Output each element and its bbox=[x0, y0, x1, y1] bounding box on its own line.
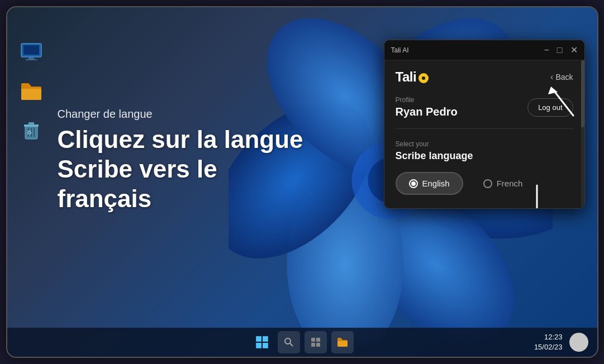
taskbar-right: 12:23 15/02/23 bbox=[534, 332, 588, 352]
svg-point-28 bbox=[285, 338, 291, 344]
svg-rect-31 bbox=[316, 338, 320, 342]
svg-rect-25 bbox=[263, 336, 268, 342]
profile-label: Profile bbox=[396, 96, 458, 104]
english-label: English bbox=[422, 179, 450, 188]
tali-logo-dot bbox=[418, 73, 429, 83]
tali-titlebar: Tali AI − □ ✕ bbox=[384, 40, 584, 60]
desktop-title: Cliquez sur la langue Scribe vers le fra… bbox=[58, 125, 303, 213]
desktop-icons: ♻ bbox=[20, 41, 43, 142]
tali-logo: Tali bbox=[396, 69, 429, 85]
tali-logo-text: Tali bbox=[396, 69, 417, 85]
svg-line-29 bbox=[290, 343, 293, 346]
english-radio bbox=[409, 179, 418, 188]
profile-info: Profile Ryan Pedro bbox=[396, 96, 458, 118]
task-view-button[interactable] bbox=[305, 331, 327, 353]
french-language-option[interactable]: French bbox=[470, 172, 536, 195]
search-icon bbox=[284, 337, 294, 347]
svg-point-19 bbox=[422, 76, 425, 80]
maximize-button[interactable]: □ bbox=[557, 46, 563, 55]
svg-rect-26 bbox=[256, 343, 261, 348]
language-select-label: Select your bbox=[396, 140, 573, 148]
monitor-desktop-icon[interactable] bbox=[20, 41, 43, 64]
profile-section: Profile Ryan Pedro Log out bbox=[396, 96, 573, 129]
task-view-icon bbox=[311, 337, 321, 347]
back-label: Back bbox=[555, 73, 573, 82]
scrollbar[interactable] bbox=[581, 60, 584, 208]
tali-header: Tali ‹ Back bbox=[396, 69, 573, 85]
close-button[interactable]: ✕ bbox=[570, 46, 578, 55]
svg-rect-24 bbox=[256, 336, 261, 342]
language-options: English French bbox=[396, 172, 573, 195]
svg-rect-27 bbox=[263, 343, 268, 348]
search-taskbar-button[interactable] bbox=[278, 331, 300, 353]
tali-content: Tali ‹ Back Profile Ryan Pedro bbox=[384, 60, 584, 208]
back-chevron-icon: ‹ bbox=[550, 72, 553, 82]
desktop-subtitle: Changer de langue bbox=[58, 108, 303, 121]
french-label: French bbox=[497, 179, 523, 188]
taskbar-time-display: 12:23 bbox=[534, 332, 563, 342]
taskbar-center bbox=[251, 331, 354, 353]
svg-rect-11 bbox=[26, 59, 37, 60]
file-explorer-button[interactable] bbox=[331, 331, 354, 353]
language-section-title: Scribe language bbox=[396, 150, 573, 162]
desktop: ♻ Changer de langue Cliquez sur la langu… bbox=[7, 7, 597, 357]
taskbar: 12:23 15/02/23 bbox=[7, 328, 597, 357]
tali-window: Tali AI − □ ✕ Tali bbox=[384, 40, 585, 209]
taskbar-date-display: 15/02/23 bbox=[534, 342, 563, 352]
english-radio-dot bbox=[411, 181, 416, 186]
file-explorer-icon bbox=[337, 337, 348, 347]
svg-rect-32 bbox=[311, 343, 315, 347]
back-button[interactable]: ‹ Back bbox=[550, 72, 573, 82]
screen-wrapper: ♻ Changer de langue Cliquez sur la langu… bbox=[6, 6, 598, 358]
start-button[interactable] bbox=[251, 331, 273, 353]
folder-desktop-icon[interactable] bbox=[20, 80, 43, 103]
svg-rect-30 bbox=[311, 338, 315, 342]
minimize-button[interactable]: − bbox=[544, 46, 549, 55]
recycle-bin-desktop-icon[interactable]: ♻ bbox=[20, 119, 43, 142]
desktop-text: Changer de langue Cliquez sur la langue … bbox=[58, 108, 303, 213]
logout-button[interactable]: Log out bbox=[527, 98, 573, 117]
french-radio bbox=[483, 179, 492, 188]
windows-icon bbox=[255, 335, 269, 349]
taskbar-avatar[interactable] bbox=[569, 333, 588, 352]
tali-window-title: Tali AI bbox=[391, 46, 409, 54]
language-section: Select your Scribe language English bbox=[396, 140, 573, 195]
svg-text:♻: ♻ bbox=[27, 130, 32, 136]
profile-name: Ryan Pedro bbox=[396, 106, 458, 118]
svg-rect-9 bbox=[23, 45, 39, 55]
svg-rect-10 bbox=[28, 58, 34, 59]
taskbar-clock: 12:23 15/02/23 bbox=[534, 332, 563, 352]
scrollbar-thumb[interactable] bbox=[581, 60, 584, 127]
english-language-option[interactable]: English bbox=[396, 172, 463, 195]
svg-rect-14 bbox=[28, 122, 34, 125]
svg-rect-33 bbox=[316, 343, 320, 347]
window-controls: − □ ✕ bbox=[544, 46, 577, 55]
